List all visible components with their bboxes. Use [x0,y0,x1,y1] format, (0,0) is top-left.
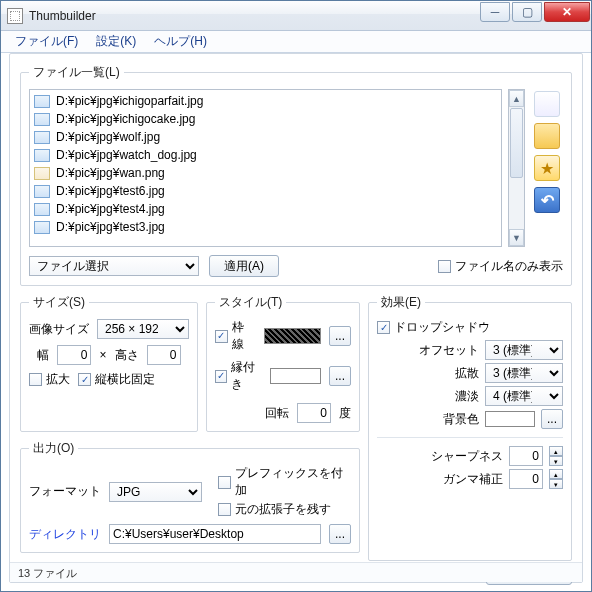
app-icon [7,8,23,24]
border-browse-button[interactable]: ... [329,326,351,346]
spread-combo[interactable]: 3 (標準) [485,363,563,383]
close-button[interactable]: ✕ [544,2,590,22]
list-item: D:¥pic¥jpg¥test6.jpg [30,182,501,200]
statusbar: 13 ファイル [10,562,582,582]
height-input[interactable] [147,345,181,365]
file-listbox[interactable]: D:¥pic¥jpg¥ichigoparfait.jpg D:¥pic¥jpg¥… [29,89,502,247]
directory-label: ディレクトリ [29,526,101,543]
bgcolor-swatch[interactable] [485,411,535,427]
image-icon [34,221,50,234]
client-area: ファイル一覧(L) D:¥pic¥jpg¥ichigoparfait.jpg D… [9,53,583,583]
enlarge-check[interactable]: 拡大 [29,371,70,388]
image-icon [34,185,50,198]
list-item: D:¥pic¥jpg¥test4.jpg [30,200,501,218]
minimize-button[interactable]: ─ [480,2,510,22]
image-icon [34,167,50,180]
format-combo[interactable]: JPG [109,482,202,502]
aspect-check[interactable]: ✓縦横比固定 [78,371,155,388]
width-input[interactable] [57,345,91,365]
undo-icon[interactable]: ↶ [534,187,560,213]
image-icon [34,95,50,108]
image-icon [34,131,50,144]
directory-browse-button[interactable]: ... [329,524,351,544]
effect-group: 効果(E) ✓ドロップシャドウ オフセット3 (標準) 拡散3 (標準) 濃淡4… [368,294,572,561]
list-item: D:¥pic¥jpg¥ichigocake.jpg [30,110,501,128]
matte-check[interactable]: ✓縁付き [215,359,262,393]
checkbox-icon [438,260,451,273]
list-item: D:¥pic¥jpg¥test3.jpg [30,218,501,236]
border-color-swatch[interactable] [264,328,321,344]
rotate-input[interactable] [297,403,331,423]
gamma-stepper[interactable]: ▴▾ [549,469,563,489]
status-text: 13 ファイル [18,567,77,579]
directory-input[interactable] [109,524,321,544]
list-item: D:¥pic¥jpg¥ichigoparfait.jpg [30,92,501,110]
window-title: Thumbuilder [29,9,478,23]
style-group: スタイル(T) ✓枠線 ... ✓縁付き ... 回転 [206,294,360,432]
border-check[interactable]: ✓枠線 [215,319,256,353]
menu-file[interactable]: ファイル(F) [7,31,86,52]
image-icon [34,113,50,126]
new-doc-icon[interactable] [534,91,560,117]
style-legend: スタイル(T) [215,294,286,311]
offset-combo[interactable]: 3 (標準) [485,340,563,360]
effect-legend: 効果(E) [377,294,425,311]
size-group: サイズ(S) 画像サイズ 256 × 192 幅 × 高さ [20,294,198,432]
list-item: D:¥pic¥jpg¥watch_dog.jpg [30,146,501,164]
side-toolbar: ★ ↶ [531,89,563,247]
app-window: Thumbuilder ─ ▢ ✕ ファイル(F) 設定(K) ヘルプ(H) フ… [0,0,592,592]
output-legend: 出力(O) [29,440,78,457]
shadow-check[interactable]: ✓ドロップシャドウ [377,319,563,336]
scroll-down-icon[interactable]: ▼ [509,229,524,246]
list-item: D:¥pic¥jpg¥wolf.jpg [30,128,501,146]
apply-button[interactable]: 適用(A) [209,255,279,277]
image-size-combo[interactable]: 256 × 192 [97,319,189,339]
gamma-input[interactable] [509,469,543,489]
titlebar: Thumbuilder ─ ▢ ✕ [1,1,591,31]
size-legend: サイズ(S) [29,294,89,311]
menu-help[interactable]: ヘルプ(H) [146,31,215,52]
scroll-up-icon[interactable]: ▲ [509,90,524,107]
matte-browse-button[interactable]: ... [329,366,351,386]
bgcolor-browse-button[interactable]: ... [541,409,563,429]
name-only-check[interactable]: ファイル名のみ表示 [438,258,563,275]
filelist-group: ファイル一覧(L) D:¥pic¥jpg¥ichigoparfait.jpg D… [20,64,572,286]
sharpness-input[interactable] [509,446,543,466]
open-folder-icon[interactable] [534,123,560,149]
menubar: ファイル(F) 設定(K) ヘルプ(H) [1,31,591,53]
matte-color-swatch[interactable] [270,368,321,384]
image-icon [34,203,50,216]
menu-settings[interactable]: 設定(K) [88,31,144,52]
density-combo[interactable]: 4 (標準) [485,386,563,406]
sharpness-stepper[interactable]: ▴▾ [549,446,563,466]
maximize-button[interactable]: ▢ [512,2,542,22]
image-icon [34,149,50,162]
scroll-thumb[interactable] [510,108,523,178]
list-item: D:¥pic¥jpg¥wan.png [30,164,501,182]
output-group: 出力(O) フォーマット JPG プレフィックスを付加 元の拡張子を残す ディレ… [20,440,360,553]
keepext-check[interactable]: 元の拡張子を残す [218,501,351,518]
image-size-label: 画像サイズ [29,321,89,338]
filelist-legend: ファイル一覧(L) [29,64,124,81]
file-select-combo[interactable]: ファイル選択 [29,256,199,276]
favorite-icon[interactable]: ★ [534,155,560,181]
filelist-scrollbar[interactable]: ▲ ▼ [508,89,525,247]
prefix-check[interactable]: プレフィックスを付加 [218,465,351,499]
